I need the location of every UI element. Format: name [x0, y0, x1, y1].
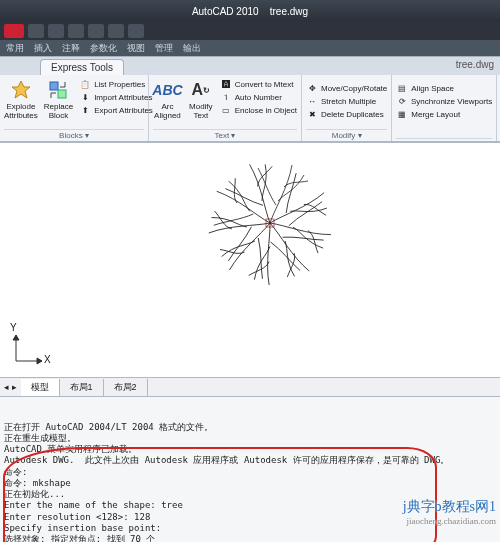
menu-item[interactable]: 视图: [127, 42, 145, 55]
svg-rect-1: [58, 90, 66, 98]
qat-redo-icon[interactable]: [108, 24, 124, 38]
tab-layout2[interactable]: 布局2: [104, 379, 148, 396]
file-name-label: tree.dwg: [456, 59, 494, 70]
enclose-object-button[interactable]: ▭Enclose in Object: [220, 104, 297, 116]
app-menu-button[interactable]: [4, 24, 24, 38]
panel-blocks: Explode Attributes Replace Block 📋List P…: [0, 75, 149, 141]
menu-item[interactable]: 插入: [34, 42, 52, 55]
tree-shape-drawing: [0, 143, 500, 377]
panel-modify: ✥Move/Copy/Rotate ↔Stretch Multiple ✖Del…: [302, 75, 392, 141]
sync-icon: ⟳: [396, 95, 408, 107]
panel-title-layout: [396, 138, 492, 141]
drawing-canvas[interactable]: X Y: [0, 142, 500, 378]
svg-rect-0: [50, 82, 58, 90]
list-properties-button[interactable]: 📋List Properties: [79, 78, 153, 90]
qat-open-icon[interactable]: [48, 24, 64, 38]
delete-dup-icon: ✖: [306, 108, 318, 120]
file-name: tree.dwg: [270, 6, 308, 17]
ribbon-tabs: Express Tools tree.dwg: [0, 56, 500, 75]
import-attributes-button[interactable]: ⬇Import Attributes: [79, 91, 153, 103]
menu-item[interactable]: 输出: [183, 42, 201, 55]
stretch-icon: ↔: [306, 95, 318, 107]
menu-item[interactable]: 管理: [155, 42, 173, 55]
panel-title-blocks[interactable]: Blocks ▾: [4, 129, 144, 141]
ribbon: Explode Attributes Replace Block 📋List P…: [0, 75, 500, 142]
titlebar: AutoCAD 2010 tree.dwg: [0, 0, 500, 22]
replace-block-button[interactable]: Replace Block: [44, 78, 73, 121]
axis-x-label: X: [44, 354, 51, 365]
window-title: AutoCAD 2010 tree.dwg: [60, 6, 440, 17]
menu-item[interactable]: 注释: [62, 42, 80, 55]
panel-layout: ▤Align Space ⟳Synchronize Viewports ▦Mer…: [392, 75, 497, 141]
sync-viewports-button[interactable]: ⟳Synchronize Viewports: [396, 95, 492, 107]
move-icon: ✥: [306, 82, 318, 94]
merge-icon: ▦: [396, 108, 408, 120]
menu-item[interactable]: 参数化: [90, 42, 117, 55]
ucs-icon: [13, 335, 42, 364]
export-attributes-button[interactable]: ⬆Export Attributes: [79, 104, 153, 116]
stretch-multiple-button[interactable]: ↔Stretch Multiple: [306, 95, 387, 107]
panel-title-text[interactable]: Text ▾: [153, 129, 297, 141]
explode-attributes-button[interactable]: Explode Attributes: [4, 78, 38, 121]
enclose-icon: ▭: [220, 104, 232, 116]
move-copy-rotate-button[interactable]: ✥Move/Copy/Rotate: [306, 82, 387, 94]
tab-model[interactable]: 模型: [21, 379, 60, 396]
command-window[interactable]: 正在打开 AutoCAD 2004/LT 2004 格式的文件。 正在重生成模型…: [0, 397, 500, 542]
modify-text-button[interactable]: A↻ Modify Text: [188, 78, 214, 121]
tab-express-tools[interactable]: Express Tools: [40, 59, 124, 75]
modify-text-icon: A↻: [189, 78, 213, 102]
axis-y-label: Y: [10, 322, 17, 333]
import-icon: ⬇: [79, 91, 91, 103]
number-icon: 1️: [220, 91, 232, 103]
align-icon: ▤: [396, 82, 408, 94]
mtext-icon: 🅰: [220, 78, 232, 90]
menubar: 常用 插入 注释 参数化 视图 管理 输出: [0, 40, 500, 56]
arc-aligned-button[interactable]: ABC Arc Aligned: [153, 78, 182, 121]
qat-undo-icon[interactable]: [88, 24, 104, 38]
convert-mtext-button[interactable]: 🅰Convert to Mtext: [220, 78, 297, 90]
merge-layout-button[interactable]: ▦Merge Layout: [396, 108, 492, 120]
arc-text-icon: ABC: [155, 78, 179, 102]
explode-icon: [9, 78, 33, 102]
panel-text: ABC Arc Aligned A↻ Modify Text 🅰Convert …: [149, 75, 302, 141]
align-space-button[interactable]: ▤Align Space: [396, 82, 492, 94]
qat-plot-icon[interactable]: [128, 24, 144, 38]
app-title: AutoCAD 2010: [192, 6, 259, 17]
command-history: 正在打开 AutoCAD 2004/LT 2004 格式的文件。 正在重生成模型…: [4, 422, 496, 543]
panel-title-modify[interactable]: Modify ▾: [306, 129, 387, 141]
list-icon: 📋: [79, 78, 91, 90]
qat-new-icon[interactable]: [28, 24, 44, 38]
qat-save-icon[interactable]: [68, 24, 84, 38]
export-icon: ⬆: [79, 104, 91, 116]
auto-number-button[interactable]: 1️Auto Number: [220, 91, 297, 103]
replace-block-icon: [46, 78, 70, 102]
layout-tabs: ◂ ▸ 模型 布局1 布局2: [0, 378, 500, 397]
delete-duplicates-button[interactable]: ✖Delete Duplicates: [306, 108, 387, 120]
menu-item[interactable]: 常用: [6, 42, 24, 55]
quick-access-toolbar: [0, 22, 500, 40]
tab-layout1[interactable]: 布局1: [60, 379, 104, 396]
